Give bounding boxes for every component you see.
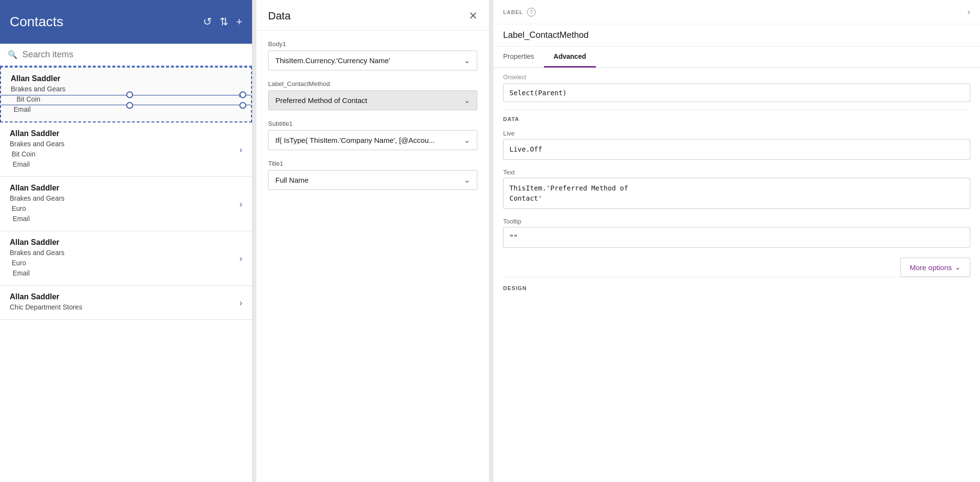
contact-arrow-icon[interactable]: › — [238, 89, 241, 100]
props-tabs: Properties Advanced — [493, 47, 980, 68]
data-panel-title: Data — [268, 10, 290, 22]
field-group-contactmethod: Label_ContactMethod Preferred Method of … — [268, 80, 477, 110]
expand-panel-icon[interactable]: › — [967, 7, 970, 17]
search-bar: 🔍 — [0, 44, 252, 67]
dropdown-arrow-icon: ⌄ — [464, 175, 470, 185]
live-label: Live — [503, 127, 970, 139]
panel-divider-left — [253, 0, 256, 482]
tab-advanced[interactable]: Advanced — [544, 47, 596, 68]
more-options-arrow-icon: ⌄ — [955, 263, 961, 272]
data-section-header: DATA — [503, 110, 970, 127]
contact-contact: Email — [11, 104, 241, 115]
contact-arrow-icon[interactable]: › — [239, 144, 242, 155]
contact-email: Email — [10, 159, 242, 170]
field-select-contactmethod[interactable]: Preferred Method of Contact ⌄ — [268, 90, 477, 110]
field-group-title1: Title1 Full Name ⌄ — [268, 160, 477, 190]
field-select-title1[interactable]: Full Name ⌄ — [268, 170, 477, 190]
contact-arrow-icon[interactable]: › — [239, 297, 242, 308]
onselect-label: Onselect — [503, 68, 970, 84]
contact-currency: Euro — [10, 258, 242, 268]
tab-properties[interactable]: Properties — [493, 47, 544, 68]
contact-email: Email — [10, 268, 242, 278]
panel-divider-right — [490, 0, 493, 482]
contact-email: Email — [10, 214, 242, 224]
search-icon: 🔍 — [8, 50, 17, 59]
component-name: Label_ContactMethod — [493, 24, 980, 47]
contact-arrow-icon[interactable]: › — [239, 253, 242, 263]
data-header: Data ✕ — [256, 0, 489, 31]
contact-currency: Euro — [10, 204, 242, 214]
sort-icon[interactable]: ⇅ — [220, 16, 228, 28]
add-icon[interactable]: + — [236, 16, 242, 28]
field-value-body1: ThisItem.Currency.'Currency Name' — [275, 56, 390, 65]
tooltip-value[interactable]: "" — [503, 227, 970, 248]
contact-name: Allan Saddler — [10, 293, 242, 301]
list-item[interactable]: Allan Saddler Brakes and Gears Bit Coin … — [0, 122, 252, 177]
contact-arrow-icon[interactable]: › — [239, 199, 242, 209]
more-options-label: More options — [910, 263, 952, 272]
design-section-header: DESIGN — [503, 277, 970, 295]
contact-company: Brakes and Gears — [10, 139, 242, 149]
contact-currency: Bit Coin — [10, 149, 242, 159]
onselect-value[interactable]: Select(Parent) — [503, 84, 970, 102]
contact-company: Brakes and Gears — [10, 193, 242, 204]
field-select-body1[interactable]: ThisItem.Currency.'Currency Name' ⌄ — [268, 51, 477, 70]
field-group-body1: Body1 ThisItem.Currency.'Currency Name' … — [268, 40, 477, 70]
field-value-contactmethod: Preferred Method of Contact — [275, 96, 367, 104]
search-input[interactable] — [22, 50, 244, 60]
contact-name: Allan Saddler — [11, 74, 241, 83]
contacts-list: Allan Saddler Brakes and Gears Bit Coin … — [0, 67, 252, 482]
more-options-button[interactable]: More options ⌄ — [900, 258, 970, 277]
help-icon[interactable]: ? — [527, 8, 536, 17]
field-label-contactmethod: Label_ContactMethod — [268, 80, 477, 87]
contacts-title: Contacts — [10, 14, 195, 30]
contact-name: Allan Saddler — [10, 238, 242, 247]
data-panel: Data ✕ Body1 ThisItem.Currency.'Currency… — [256, 0, 490, 482]
data-content: Body1 ThisItem.Currency.'Currency Name' … — [256, 31, 489, 482]
contact-name: Allan Saddler — [10, 129, 242, 138]
contact-company: Chic Department Stores — [10, 302, 242, 312]
field-value-title1: Full Name — [275, 176, 308, 184]
props-top-bar: LABEL ? › — [493, 0, 980, 24]
contact-company: Brakes and Gears — [10, 248, 242, 258]
dropdown-arrow-icon: ⌄ — [464, 56, 470, 65]
props-content: Onselect Select(Parent) DATA Live Live.O… — [493, 68, 980, 482]
contact-name: Allan Saddler — [10, 184, 242, 192]
list-item[interactable]: Allan Saddler Brakes and Gears Euro Emai… — [0, 177, 252, 231]
field-label-body1: Body1 — [268, 40, 477, 48]
field-label-title1: Title1 — [268, 160, 477, 167]
contact-item-selected[interactable]: Allan Saddler Brakes and Gears Bit Coin … — [0, 67, 252, 122]
text-label: Text — [503, 166, 970, 178]
props-top-label: LABEL — [503, 9, 523, 15]
text-value[interactable]: ThisItem.'Preferred Method of Contact' — [503, 178, 970, 209]
field-label-subtitle1: Subtitle1 — [268, 120, 477, 127]
contact-currency: Bit Coin — [11, 94, 241, 104]
list-item[interactable]: Allan Saddler Chic Department Stores › — [0, 286, 252, 320]
contact-detail: Brakes and Gears — [11, 84, 241, 94]
field-select-subtitle1[interactable]: If( IsType( ThisItem.'Company Name', [@A… — [268, 130, 477, 150]
close-button[interactable]: ✕ — [469, 10, 477, 22]
contacts-panel: Contacts ↺ ⇅ + 🔍 Allan Saddler Brakes an… — [0, 0, 253, 482]
dropdown-arrow-icon: ⌄ — [464, 136, 470, 145]
contacts-header: Contacts ↺ ⇅ + — [0, 0, 252, 44]
refresh-icon[interactable]: ↺ — [203, 16, 212, 28]
field-group-subtitle1: Subtitle1 If( IsType( ThisItem.'Company … — [268, 120, 477, 150]
tooltip-label: Tooltip — [503, 215, 970, 227]
field-value-subtitle1: If( IsType( ThisItem.'Company Name', [@A… — [275, 136, 435, 144]
live-value[interactable]: Live.Off — [503, 139, 970, 160]
properties-panel: LABEL ? › Label_ContactMethod Properties… — [493, 0, 980, 482]
dropdown-arrow-icon: ⌄ — [464, 96, 470, 105]
list-item[interactable]: Allan Saddler Brakes and Gears Euro Emai… — [0, 231, 252, 286]
